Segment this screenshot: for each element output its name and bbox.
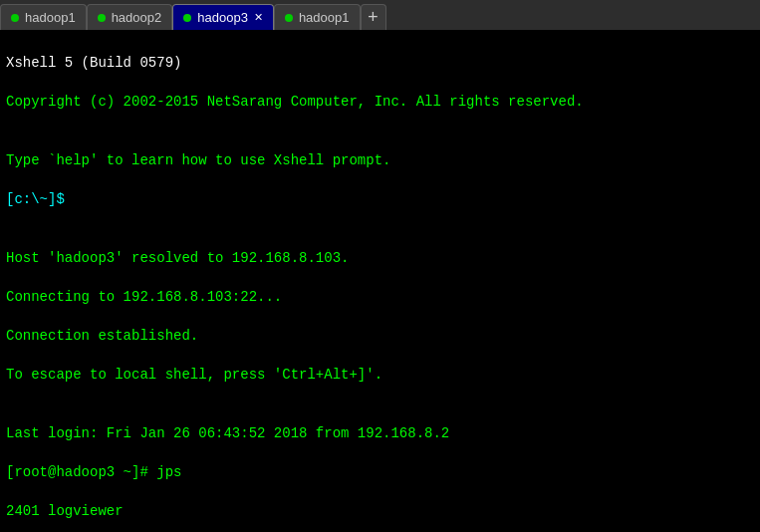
- terminal-line-1: Xshell 5 (Build 0579): [6, 55, 181, 71]
- terminal-line-4: Type `help' to learn how to use Xshell p…: [6, 152, 390, 168]
- tab-label: hadoop1: [299, 10, 350, 25]
- terminal-line-9: Connection established.: [6, 328, 198, 344]
- tab-hadoop1-second[interactable]: hadoop1: [274, 4, 361, 30]
- tab-dot: [98, 14, 106, 22]
- tab-label: hadoop2: [112, 10, 162, 25]
- tab-hadoop1-first[interactable]: hadoop1: [0, 4, 87, 30]
- tab-label: hadoop1: [25, 10, 76, 25]
- terminal-line-8: Connecting to 192.168.8.103:22...: [6, 289, 282, 305]
- tab-bar: hadoop1 hadoop2 hadoop3 ✕ hadoop1 +: [0, 0, 760, 30]
- terminal-line-10: To escape to local shell, press 'Ctrl+Al…: [6, 367, 382, 383]
- tab-hadoop3-active[interactable]: hadoop3 ✕: [172, 4, 274, 30]
- tab-dot: [11, 14, 19, 22]
- tab-label: hadoop3: [197, 10, 248, 25]
- terminal-line-13: [root@hadoop3 ~]# jps: [6, 464, 181, 480]
- terminal-line-12: Last login: Fri Jan 26 06:43:52 2018 fro…: [6, 425, 449, 441]
- new-tab-button[interactable]: +: [361, 4, 386, 30]
- terminal-line-14: 2401 logviewer: [6, 503, 124, 519]
- terminal-area: Xshell 5 (Build 0579) Copyright (c) 2002…: [0, 30, 760, 532]
- terminal-line-5: [c:\~]$: [6, 191, 65, 207]
- tab-dot: [183, 14, 191, 22]
- terminal-line-7: Host 'hadoop3' resolved to 192.168.8.103…: [6, 250, 349, 266]
- terminal-line-2: Copyright (c) 2002-2015 NetSarang Comput…: [6, 94, 584, 110]
- tab-dot: [285, 14, 293, 22]
- tab-hadoop2[interactable]: hadoop2: [87, 4, 173, 30]
- close-icon[interactable]: ✕: [254, 11, 263, 24]
